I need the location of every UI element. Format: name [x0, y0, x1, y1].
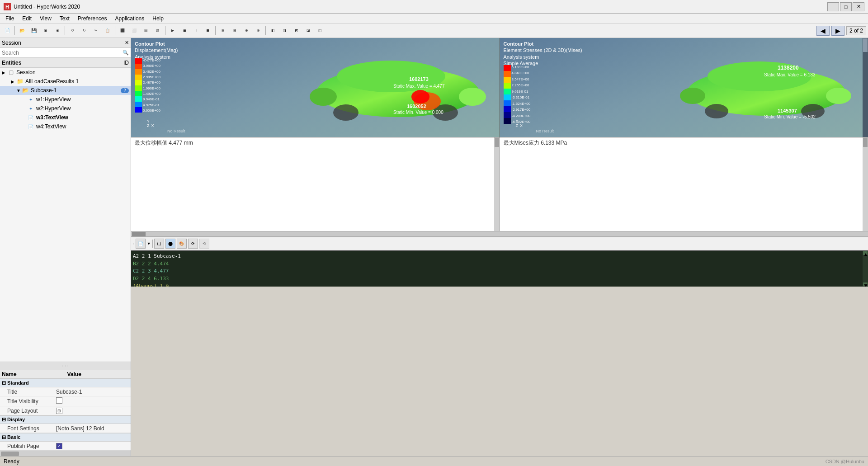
nav-forward-button[interactable]: ▶ — [831, 26, 844, 36]
rscale-3 — [504, 77, 511, 83]
scale-cell-6 — [135, 85, 142, 91]
svg-point-16 — [705, 104, 728, 118]
console-prompt: (Abaqus) 1 % — [133, 282, 861, 287]
title-vis-checkbox[interactable] — [56, 397, 62, 404]
folder-subcase1-icon: 📂 — [22, 87, 29, 94]
plot-btn-2[interactable]: (.) — [154, 239, 164, 249]
tree-item-allload[interactable]: ▶ 📁 AllLoadCaseResults 1 — [0, 77, 131, 86]
toolbar-btn-18[interactable]: ⊟ — [229, 25, 240, 36]
publish-checkbox[interactable]: ✓ — [56, 443, 62, 449]
search-bar: 🔍 — [0, 48, 131, 58]
toolbar-btn-23[interactable]: ◩ — [291, 25, 302, 36]
toolbar-btn-9[interactable]: ⬛ — [117, 25, 128, 36]
section-display-toggle[interactable]: ⊟ Display — [2, 417, 25, 422]
text-areas-bottom-scroll[interactable] — [131, 231, 868, 236]
console-line-4: D2 2 4 6.133 — [133, 275, 861, 283]
textview-w4-icon: 📄 — [27, 123, 34, 130]
tree-item-session[interactable]: ▶ ▢ Session — [0, 68, 131, 77]
prop-title-value[interactable]: Subcase-1 — [54, 388, 131, 396]
menu-applications[interactable]: Applications — [112, 14, 148, 23]
tree-item-w2[interactable]: ✦ w2:HyperView — [0, 104, 131, 113]
console-vscroll-up[interactable]: ▲ — [863, 251, 868, 255]
viewport-left[interactable]: Contour Plot Displacement(Mag) Analysis … — [131, 38, 500, 137]
menu-view[interactable]: View — [36, 14, 55, 23]
toolbar-open[interactable]: 📂 — [17, 25, 28, 36]
tree-toggle-allload[interactable]: ▶ — [11, 79, 16, 84]
viewport-right[interactable]: Contour Plot Element Stresses (2D & 3D)(… — [500, 38, 868, 137]
toolbar-btn-6[interactable]: ↻ — [79, 25, 90, 36]
console-vscroll[interactable]: ▲ ▼ — [863, 251, 868, 287]
toolbar-new[interactable]: 📄 — [2, 25, 13, 36]
menu-edit[interactable]: Edit — [19, 14, 35, 23]
section-basic: ⊟ Basic — [0, 433, 131, 442]
prop-page-layout-value[interactable]: ⊞ — [54, 406, 131, 415]
menu-file[interactable]: File — [2, 14, 18, 23]
text-right-vscroll[interactable] — [863, 137, 868, 231]
scale-cell-4 — [135, 75, 142, 80]
prop-font-value[interactable]: [Noto Sans] 12 Bold — [54, 424, 131, 433]
toolbar-btn-7[interactable]: ✂ — [90, 25, 101, 36]
toolbar-btn-14[interactable]: ◼ — [179, 25, 190, 36]
toolbar-btn-13[interactable]: ▶ — [167, 25, 178, 36]
maximize-button[interactable]: □ — [840, 2, 852, 11]
viewport-right-vscroll[interactable] — [863, 38, 868, 137]
scale-val-7: 1.492E+00 — [143, 92, 160, 96]
console-text[interactable]: A2 2 1 Subcase-1 B2 2 2 4.474 C2 2 3 4.4… — [131, 251, 863, 287]
toolbar-btn-21[interactable]: ◧ — [268, 25, 278, 36]
plot-btn-3[interactable]: ⬤ — [165, 239, 175, 249]
scale-val-5: 2.487E+00 — [143, 80, 160, 85]
section-basic-toggle[interactable]: ⊟ Basic — [2, 434, 20, 440]
toolbar-btn-12[interactable]: ▧ — [152, 25, 163, 36]
toolbar-btn-25[interactable]: ◫ — [315, 25, 326, 36]
toolbar-btn-5[interactable]: ↺ — [67, 25, 78, 36]
tree-item-w3[interactable]: 📄 w3:TextView — [0, 113, 131, 122]
toolbar-btn-16[interactable]: ⏹ — [203, 25, 213, 36]
toolbar-btn-10[interactable]: ⬜ — [129, 25, 140, 36]
panel-resize-handle[interactable]: · · · — [0, 362, 131, 370]
toolbar-btn-15[interactable]: ⏸ — [191, 25, 202, 36]
tree-toggle-session[interactable]: ▶ — [2, 70, 7, 75]
page-layout-checkbox[interactable]: ⊞ — [56, 408, 62, 414]
toolbar-btn-4[interactable]: ◉ — [52, 25, 63, 36]
contour-right-label: Contour Plot Element Stresses (2D & 3D)(… — [504, 41, 582, 66]
tree-item-w4[interactable]: 📄 w4:TextView — [0, 122, 131, 131]
plot-btn-5[interactable]: ⟳ — [188, 239, 198, 249]
search-input[interactable] — [2, 50, 123, 56]
minimize-button[interactable]: ─ — [827, 2, 839, 11]
toolbar-btn-19[interactable]: ⊕ — [241, 25, 252, 36]
tree-item-subcase1[interactable]: ▼ 📂 Subcase-1 2 — [0, 86, 131, 95]
prop-publish-value[interactable]: ✓ — [54, 442, 131, 450]
text-right[interactable]: 最大Mises应力 6.133 MPa — [500, 137, 868, 236]
properties-panel: Name Value ⊟ Standard Title Subcase-1 Ti… — [0, 370, 131, 451]
toolbar-btn-24[interactable]: ◪ — [303, 25, 314, 36]
toolbar-btn-3[interactable]: ▣ — [40, 25, 51, 36]
entities-header: Entities ID — [0, 58, 131, 68]
text-left[interactable]: 最大位移幅值 4.477 mm — [131, 137, 500, 236]
prop-title-vis-value[interactable] — [54, 396, 131, 406]
menu-text[interactable]: Text — [56, 14, 73, 23]
section-standard-toggle[interactable]: ⊟ Standard — [2, 380, 29, 386]
toolbar-btn-11[interactable]: ▤ — [141, 25, 151, 36]
tree-item-w1[interactable]: ✦ w1:HyperView — [0, 95, 131, 104]
toolbar-btn-17[interactable]: ⊞ — [217, 25, 228, 36]
toolbar-btn-20[interactable]: ⊗ — [253, 25, 264, 36]
prop-font-settings: Font Settings [Noto Sans] 12 Bold — [0, 424, 131, 433]
toolbar-btn-22[interactable]: ◨ — [279, 25, 290, 36]
ellipsis-icon: · · · — [62, 363, 69, 368]
plot-btn-1[interactable]: 📄 — [136, 239, 146, 249]
menu-preferences[interactable]: Preferences — [74, 14, 111, 23]
panel-hscroll[interactable] — [0, 451, 131, 456]
plot-btn-4[interactable]: 🎨 — [177, 239, 187, 249]
watermark: CSDN @Hulunbu — [826, 459, 864, 464]
nav-back-button[interactable]: ◀ — [816, 26, 830, 36]
tree-toggle-subcase1[interactable]: ▼ — [16, 88, 22, 93]
toolbar-save[interactable]: 💾 — [28, 25, 39, 36]
text-left-vscroll[interactable] — [494, 137, 500, 231]
close-button[interactable]: ✕ — [853, 2, 864, 11]
plot-btn-6[interactable]: ⟲ — [199, 239, 209, 249]
scale-val-2: 3.980E+00 — [143, 64, 160, 68]
console-vscroll-down[interactable]: ▼ — [863, 282, 868, 286]
toolbar-btn-8[interactable]: 📋 — [102, 25, 113, 36]
menu-help[interactable]: Help — [149, 14, 167, 23]
session-close-button[interactable]: ✕ — [125, 40, 129, 46]
